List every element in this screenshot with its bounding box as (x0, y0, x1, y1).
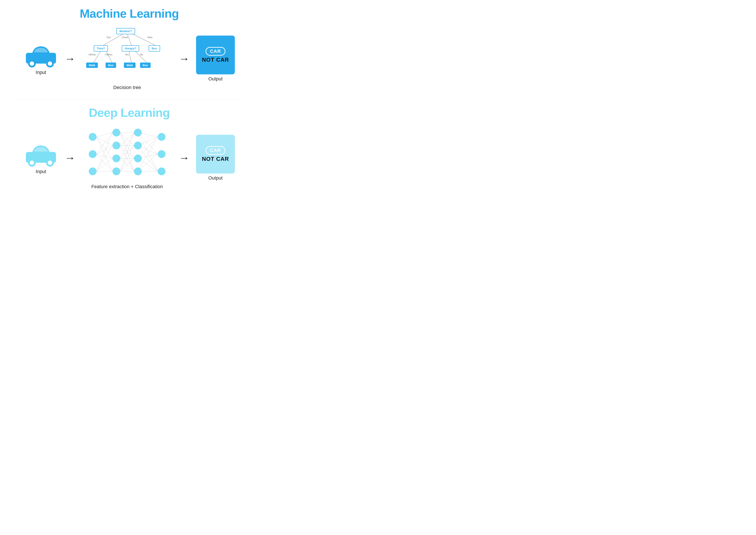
svg-line-5 (103, 33, 124, 45)
svg-line-26 (96, 146, 113, 171)
svg-point-68 (158, 133, 166, 141)
ml-output-badge: CAR NOT CAR (196, 36, 235, 74)
dt-less30-label: <30min. (104, 53, 113, 56)
dt-rain-label: Rain (148, 36, 152, 39)
svg-point-61 (113, 142, 120, 149)
dt-walk2-box: Walk (124, 63, 136, 68)
dl-output-badge: CAR NOT CAR (196, 135, 235, 174)
svg-line-23 (96, 154, 113, 158)
svg-line-47 (137, 132, 158, 171)
ml-tree-label: Decision tree (113, 85, 141, 90)
svg-point-58 (89, 150, 96, 158)
ml-arrow1: → (65, 53, 75, 64)
dl-input-label: Input (36, 169, 46, 174)
svg-point-69 (158, 150, 166, 158)
dt-bus-rain-box: Bus (148, 45, 160, 51)
svg-line-11 (135, 51, 147, 63)
dl-net-label: Feature extraction + Classification (91, 184, 163, 189)
svg-line-17 (96, 132, 113, 137)
svg-line-24 (96, 154, 113, 171)
svg-point-2 (30, 61, 34, 66)
dl-output-label: Output (208, 175, 223, 181)
svg-line-19 (96, 137, 113, 158)
dl-title: Deep Learning (89, 106, 170, 120)
svg-point-14 (30, 160, 34, 165)
svg-line-9 (106, 51, 112, 63)
svg-point-65 (134, 142, 142, 149)
nn-svg (82, 126, 172, 182)
decision-tree: Weather? Sun Cloud Rain Time? Hungry? Bu… (82, 27, 172, 83)
svg-point-59 (89, 167, 96, 175)
svg-point-60 (113, 129, 120, 136)
dl-badge-notcar: NOT CAR (202, 155, 229, 162)
svg-point-64 (134, 129, 142, 136)
neural-net (82, 126, 172, 182)
svg-line-7 (131, 33, 155, 45)
dt-no-label: No (140, 53, 143, 56)
svg-line-10 (129, 51, 131, 63)
dt-bus2-box: Bus (140, 63, 150, 68)
dt-more30-label: >30min. (88, 53, 96, 56)
svg-line-25 (96, 132, 113, 171)
dt-weather-box: Weather? (116, 28, 135, 34)
svg-point-63 (113, 167, 120, 175)
svg-line-6 (127, 33, 131, 45)
svg-line-20 (96, 137, 113, 171)
dt-yes-label: Yes (125, 53, 129, 56)
ml-badge-notcar: NOT CAR (202, 56, 229, 63)
ml-input-label: Input (36, 70, 46, 75)
dl-badge-car: CAR (205, 146, 226, 155)
svg-line-8 (94, 51, 101, 63)
dl-arrow1: → (65, 153, 75, 163)
dt-bus1-box: Bus (106, 63, 116, 68)
ml-car-icon (24, 42, 58, 68)
svg-line-22 (96, 146, 113, 154)
svg-point-16 (48, 160, 52, 165)
dl-car-icon (24, 141, 58, 167)
svg-point-4 (48, 61, 52, 66)
dt-time-box: Time? (94, 45, 108, 51)
svg-line-21 (96, 132, 113, 154)
svg-line-27 (96, 158, 113, 171)
ml-title: Machine Learning (80, 7, 179, 20)
svg-point-70 (158, 167, 166, 175)
ml-badge-car: CAR (205, 47, 226, 56)
dt-sun-label: Sun (107, 36, 111, 39)
dl-arrow2: → (179, 153, 190, 163)
svg-point-67 (134, 167, 142, 175)
dt-walk1-box: Walk (86, 63, 98, 68)
svg-point-66 (134, 155, 142, 162)
svg-line-54 (137, 137, 158, 171)
ml-output-label: Output (208, 76, 223, 82)
svg-point-62 (113, 155, 120, 162)
section-divider (17, 99, 242, 99)
svg-point-57 (89, 133, 96, 141)
ml-arrow2: → (179, 53, 190, 64)
dt-hungry-box: Hungry? (122, 45, 139, 51)
dt-cloud-label: Cloud (122, 36, 128, 39)
